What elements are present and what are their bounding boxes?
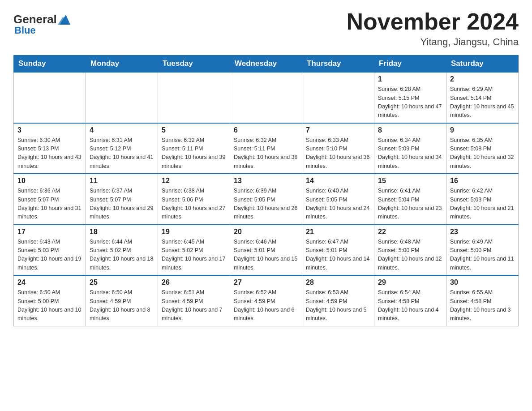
calendar-cell [86, 72, 158, 123]
calendar-cell: 5Sunrise: 6:32 AM Sunset: 5:11 PM Daylig… [158, 123, 230, 174]
weekday-header-wednesday: Wednesday [230, 56, 302, 73]
day-info: Sunrise: 6:43 AM Sunset: 5:03 PM Dayligh… [17, 238, 82, 273]
day-info: Sunrise: 6:39 AM Sunset: 5:05 PM Dayligh… [234, 187, 298, 222]
main-title: November 2024 [347, 9, 519, 34]
calendar-cell: 21Sunrise: 6:47 AM Sunset: 5:01 PM Dayli… [302, 225, 374, 276]
day-number: 29 [378, 278, 442, 287]
calendar-cell: 16Sunrise: 6:42 AM Sunset: 5:03 PM Dayli… [446, 174, 519, 225]
day-info: Sunrise: 6:53 AM Sunset: 4:59 PM Dayligh… [306, 288, 370, 323]
day-number: 21 [306, 228, 370, 236]
week-row-4: 17Sunrise: 6:43 AM Sunset: 5:03 PM Dayli… [14, 225, 519, 276]
day-number: 1 [378, 75, 442, 83]
day-info: Sunrise: 6:33 AM Sunset: 5:10 PM Dayligh… [306, 136, 370, 171]
day-info: Sunrise: 6:38 AM Sunset: 5:06 PM Dayligh… [162, 187, 226, 222]
calendar-cell: 15Sunrise: 6:41 AM Sunset: 5:04 PM Dayli… [374, 174, 446, 225]
calendar-cell: 13Sunrise: 6:39 AM Sunset: 5:05 PM Dayli… [230, 174, 302, 225]
calendar-cell: 10Sunrise: 6:36 AM Sunset: 5:07 PM Dayli… [14, 174, 86, 225]
day-number: 18 [90, 228, 154, 236]
calendar-cell: 23Sunrise: 6:49 AM Sunset: 5:00 PM Dayli… [446, 225, 519, 276]
weekday-header-thursday: Thursday [302, 56, 374, 73]
calendar-cell: 2Sunrise: 6:29 AM Sunset: 5:14 PM Daylig… [446, 72, 519, 123]
day-info: Sunrise: 6:48 AM Sunset: 5:00 PM Dayligh… [378, 238, 442, 273]
day-info: Sunrise: 6:31 AM Sunset: 5:12 PM Dayligh… [90, 136, 154, 171]
day-number: 27 [234, 278, 298, 287]
day-info: Sunrise: 6:44 AM Sunset: 5:02 PM Dayligh… [90, 238, 154, 273]
day-info: Sunrise: 6:40 AM Sunset: 5:05 PM Dayligh… [306, 187, 370, 222]
calendar-cell: 7Sunrise: 6:33 AM Sunset: 5:10 PM Daylig… [302, 123, 374, 174]
calendar-cell: 1Sunrise: 6:28 AM Sunset: 5:15 PM Daylig… [374, 72, 446, 123]
day-info: Sunrise: 6:41 AM Sunset: 5:04 PM Dayligh… [378, 187, 442, 222]
day-number: 13 [234, 177, 298, 185]
calendar-cell [302, 72, 374, 123]
calendar-cell: 19Sunrise: 6:45 AM Sunset: 5:02 PM Dayli… [158, 225, 230, 276]
calendar-cell: 24Sunrise: 6:50 AM Sunset: 5:00 PM Dayli… [14, 275, 86, 326]
day-number: 16 [450, 177, 515, 185]
day-number: 19 [162, 228, 226, 236]
logo-triangle-icon [58, 15, 70, 25]
day-info: Sunrise: 6:46 AM Sunset: 5:01 PM Dayligh… [234, 238, 298, 273]
day-info: Sunrise: 6:32 AM Sunset: 5:11 PM Dayligh… [234, 136, 298, 171]
day-info: Sunrise: 6:54 AM Sunset: 4:58 PM Dayligh… [378, 288, 442, 323]
day-number: 2 [450, 75, 515, 83]
day-number: 7 [306, 126, 370, 134]
day-info: Sunrise: 6:34 AM Sunset: 5:09 PM Dayligh… [378, 136, 442, 171]
calendar-cell: 26Sunrise: 6:51 AM Sunset: 4:59 PM Dayli… [158, 275, 230, 326]
day-number: 5 [162, 126, 226, 134]
day-number: 9 [450, 126, 515, 134]
day-info: Sunrise: 6:37 AM Sunset: 5:07 PM Dayligh… [90, 187, 154, 222]
day-number: 17 [17, 228, 82, 236]
calendar-cell [14, 72, 86, 123]
day-number: 20 [234, 228, 298, 236]
calendar-cell: 27Sunrise: 6:52 AM Sunset: 4:59 PM Dayli… [230, 275, 302, 326]
title-area: November 2024 Yitang, Jiangsu, China [347, 9, 519, 48]
week-row-3: 10Sunrise: 6:36 AM Sunset: 5:07 PM Dayli… [14, 174, 519, 225]
day-info: Sunrise: 6:50 AM Sunset: 5:00 PM Dayligh… [17, 288, 82, 323]
day-number: 14 [306, 177, 370, 185]
calendar-cell: 14Sunrise: 6:40 AM Sunset: 5:05 PM Dayli… [302, 174, 374, 225]
day-info: Sunrise: 6:32 AM Sunset: 5:11 PM Dayligh… [162, 136, 226, 171]
weekday-header-tuesday: Tuesday [158, 56, 230, 73]
week-row-5: 24Sunrise: 6:50 AM Sunset: 5:00 PM Dayli… [14, 275, 519, 326]
day-info: Sunrise: 6:55 AM Sunset: 4:58 PM Dayligh… [450, 288, 515, 323]
calendar-cell: 22Sunrise: 6:48 AM Sunset: 5:00 PM Dayli… [374, 225, 446, 276]
calendar-cell: 18Sunrise: 6:44 AM Sunset: 5:02 PM Dayli… [86, 225, 158, 276]
calendar-cell: 6Sunrise: 6:32 AM Sunset: 5:11 PM Daylig… [230, 123, 302, 174]
calendar-cell: 20Sunrise: 6:46 AM Sunset: 5:01 PM Dayli… [230, 225, 302, 276]
week-row-1: 1Sunrise: 6:28 AM Sunset: 5:15 PM Daylig… [14, 72, 519, 123]
day-info: Sunrise: 6:42 AM Sunset: 5:03 PM Dayligh… [450, 187, 515, 222]
day-number: 30 [450, 278, 515, 287]
week-row-2: 3Sunrise: 6:30 AM Sunset: 5:13 PM Daylig… [14, 123, 519, 174]
weekday-header-friday: Friday [374, 56, 446, 73]
day-info: Sunrise: 6:50 AM Sunset: 4:59 PM Dayligh… [90, 288, 154, 323]
calendar-cell: 29Sunrise: 6:54 AM Sunset: 4:58 PM Dayli… [374, 275, 446, 326]
day-number: 24 [17, 278, 82, 287]
day-number: 8 [378, 126, 442, 134]
day-number: 11 [90, 177, 154, 185]
weekday-header-monday: Monday [86, 56, 158, 73]
calendar-cell [230, 72, 302, 123]
logo-blue-text: Blue [14, 25, 36, 36]
day-number: 10 [17, 177, 82, 185]
day-info: Sunrise: 6:49 AM Sunset: 5:00 PM Dayligh… [450, 238, 515, 273]
calendar-cell: 30Sunrise: 6:55 AM Sunset: 4:58 PM Dayli… [446, 275, 519, 326]
day-number: 25 [90, 278, 154, 287]
day-info: Sunrise: 6:35 AM Sunset: 5:08 PM Dayligh… [450, 136, 515, 171]
calendar: SundayMondayTuesdayWednesdayThursdayFrid… [13, 55, 519, 326]
header: General Blue November 2024 Yitang, Jiang… [13, 9, 519, 48]
day-info: Sunrise: 6:28 AM Sunset: 5:15 PM Dayligh… [378, 85, 442, 120]
logo: General Blue [13, 9, 70, 36]
day-info: Sunrise: 6:51 AM Sunset: 4:59 PM Dayligh… [162, 288, 226, 323]
calendar-cell: 3Sunrise: 6:30 AM Sunset: 5:13 PM Daylig… [14, 123, 86, 174]
subtitle: Yitang, Jiangsu, China [347, 36, 519, 48]
calendar-cell: 12Sunrise: 6:38 AM Sunset: 5:06 PM Dayli… [158, 174, 230, 225]
day-number: 28 [306, 278, 370, 287]
day-number: 23 [450, 228, 515, 236]
calendar-cell [158, 72, 230, 123]
day-info: Sunrise: 6:52 AM Sunset: 4:59 PM Dayligh… [234, 288, 298, 323]
weekday-header-saturday: Saturday [446, 56, 519, 73]
day-info: Sunrise: 6:30 AM Sunset: 5:13 PM Dayligh… [17, 136, 82, 171]
day-info: Sunrise: 6:45 AM Sunset: 5:02 PM Dayligh… [162, 238, 226, 273]
day-number: 15 [378, 177, 442, 185]
calendar-cell: 11Sunrise: 6:37 AM Sunset: 5:07 PM Dayli… [86, 174, 158, 225]
day-number: 26 [162, 278, 226, 287]
